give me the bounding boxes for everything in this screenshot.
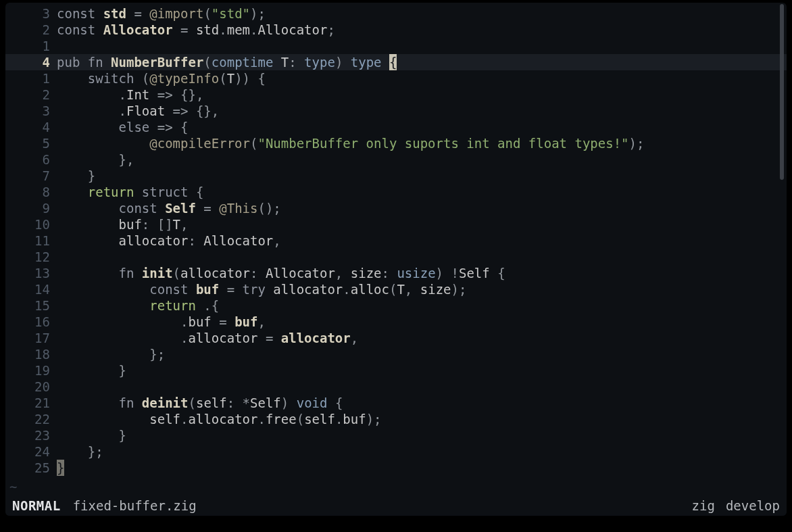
code-content: } [57,362,787,379]
line-number: 1 [5,38,57,54]
line-number: 9 [5,200,57,216]
statusline: NORMAL fixed-buffer.zig zig develop [5,497,787,516]
code-content: return struct { [57,184,787,200]
scrollbar-thumb[interactable] [780,4,784,180]
code-line[interactable]: 23 } [5,427,787,443]
code-line[interactable]: 4 else => { [5,119,787,135]
line-number: 3 [5,103,57,119]
line-number: 18 [5,346,57,362]
code-content: return .{ [57,297,787,314]
line-number: 21 [5,395,57,411]
code-content: } [57,168,787,184]
code-content: const std = @import("std"); [57,5,787,22]
code-content [57,249,787,265]
mode-indicator: NORMAL [12,498,61,514]
line-number: 23 [5,427,57,443]
code-content: } [57,427,787,443]
line-number: 12 [5,249,57,265]
code-line[interactable]: 5 @compileError("NumberBuffer only supor… [5,135,787,151]
code-line[interactable]: 13 fn init(allocator: Allocator, size: u… [5,265,787,281]
line-number: 8 [5,184,57,200]
line-number: 4 [5,119,57,135]
code-content: switch (@typeInfo(T)) { [57,70,787,87]
line-number: 3 [5,5,57,22]
line-number: 2 [5,22,57,38]
line-number: 11 [5,233,57,249]
code-line[interactable]: 6 }, [5,151,787,168]
scrollbar[interactable] [780,4,784,516]
code-area[interactable]: 3const std = @import("std");2const Alloc… [5,5,787,495]
code-line[interactable]: 18 }; [5,346,787,362]
line-number: 7 [5,168,57,184]
line-number: 17 [5,330,57,346]
line-number: 5 [5,135,57,151]
code-content: }; [57,346,787,362]
code-line[interactable]: 4pub fn NumberBuffer(comptime T: type) t… [5,54,787,70]
code-line[interactable]: 11 allocator: Allocator, [5,233,787,249]
line-number: 15 [5,297,57,314]
code-content: .Float => {}, [57,103,787,119]
code-line[interactable]: 9 const Self = @This(); [5,200,787,216]
editor-window: 3const std = @import("std");2const Alloc… [5,3,787,516]
code-content [57,379,787,395]
code-content: .Int => {}, [57,87,787,103]
line-number: 1 [5,70,57,87]
code-content: }, [57,151,787,168]
line-number: 2 [5,87,57,103]
filetype: zig [692,498,715,514]
code-line[interactable]: 16 .buf = buf, [5,314,787,330]
code-content: buf: []T, [57,216,787,233]
code-line[interactable]: 24 }; [5,443,787,460]
code-line[interactable]: 2 .Int => {}, [5,87,787,103]
line-number: 16 [5,314,57,330]
line-number: 13 [5,265,57,281]
code-line[interactable]: 12 [5,249,787,265]
code-line[interactable]: 17 .allocator = allocator, [5,330,787,346]
line-number: 6 [5,151,57,168]
code-line[interactable]: 1 switch (@typeInfo(T)) { [5,70,787,87]
code-line[interactable]: 8 return struct { [5,184,787,200]
code-line[interactable]: 21 fn deinit(self: *Self) void { [5,395,787,411]
code-content: } [57,460,787,476]
line-number: 19 [5,362,57,379]
cursor: } [57,460,64,476]
code-line[interactable]: 20 [5,379,787,395]
code-line[interactable]: 10 buf: []T, [5,216,787,233]
code-content: const buf = try allocator.alloc(T, size)… [57,281,787,297]
filename: fixed-buffer.zig [73,498,197,514]
code-line[interactable]: 14 const buf = try allocator.alloc(T, si… [5,281,787,297]
code-content: else => { [57,119,787,135]
code-line[interactable]: 1 [5,38,787,54]
code-content: fn init(allocator: Allocator, size: usiz… [57,265,787,281]
end-of-buffer-marker: ~ [9,479,17,495]
code-line[interactable]: 7 } [5,168,787,184]
code-content: fn deinit(self: *Self) void { [57,395,787,411]
code-line[interactable]: 19 } [5,362,787,379]
line-number: 20 [5,379,57,395]
code-content: }; [57,443,787,460]
code-line[interactable]: 2const Allocator = std.mem.Allocator; [5,22,787,38]
line-number: 14 [5,281,57,297]
code-content: .allocator = allocator, [57,330,787,346]
code-line[interactable]: 15 return .{ [5,297,787,314]
code-content: pub fn NumberBuffer(comptime T: type) ty… [57,54,787,70]
code-line[interactable]: 22 self.allocator.free(self.buf); [5,411,787,427]
line-number: 24 [5,443,57,460]
code-content [57,38,787,54]
code-content: .buf = buf, [57,314,787,330]
code-content: const Allocator = std.mem.Allocator; [57,22,787,38]
line-number: 4 [5,54,57,70]
line-number: 25 [5,460,57,476]
code-line[interactable]: 3 .Float => {}, [5,103,787,119]
git-branch: develop [726,498,780,514]
line-number: 10 [5,216,57,233]
line-number: 22 [5,411,57,427]
code-content: @compileError("NumberBuffer only suports… [57,135,787,151]
code-content: allocator: Allocator, [57,233,787,249]
code-content: self.allocator.free(self.buf); [57,411,787,427]
code-line[interactable]: 3const std = @import("std"); [5,5,787,22]
cursor: { [389,54,397,70]
code-content: const Self = @This(); [57,200,787,216]
code-line[interactable]: 25} [5,460,787,476]
